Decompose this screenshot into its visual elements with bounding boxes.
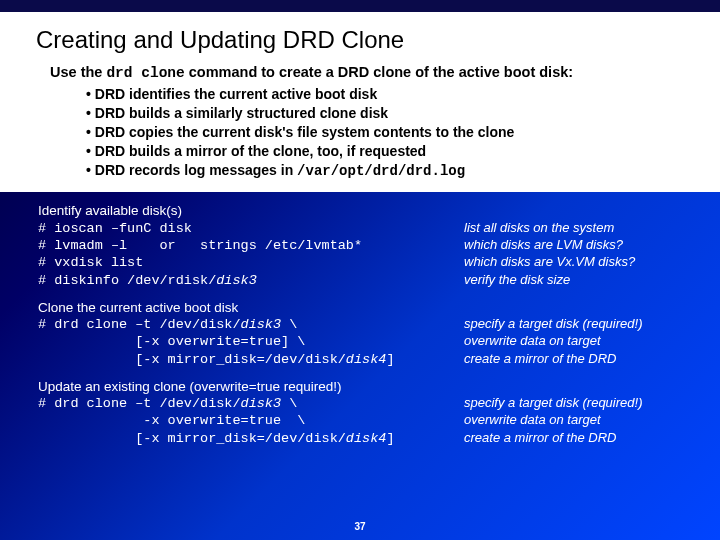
annotation: overwrite data on target bbox=[464, 333, 684, 350]
annotation: specify a target disk (required!) bbox=[464, 395, 684, 412]
intro-post: command to create a DRD clone of the act… bbox=[185, 64, 573, 80]
slide-title: Creating and Updating DRD Clone bbox=[36, 16, 684, 54]
section-update: Update an existing clone (overwrite=true… bbox=[38, 378, 684, 447]
cmd-part: \ bbox=[281, 317, 297, 332]
cmd-line: [-x mirror_disk=/dev/disk/disk4] bbox=[38, 430, 394, 447]
bullet-item: DRD builds a similarly structured clone … bbox=[86, 104, 684, 123]
section-header: Update an existing clone (overwrite=true… bbox=[38, 378, 684, 395]
section-clone: Clone the current active boot disk # drd… bbox=[38, 299, 684, 368]
cmd-line: # drd clone –t /dev/disk/disk3 \ bbox=[38, 395, 297, 412]
section-header: Identify available disk(s) bbox=[38, 202, 684, 219]
bullet5-mono: /var/opt/drd/drd.log bbox=[297, 163, 465, 179]
cmd-line: # diskinfo /dev/rdisk/disk3 bbox=[38, 272, 257, 289]
bullet-item: DRD records log messages in /var/opt/drd… bbox=[86, 161, 684, 181]
cmd-part: # diskinfo /dev/rdisk/ bbox=[38, 273, 216, 288]
page-number: 37 bbox=[0, 521, 720, 532]
cmd-part: [-x mirror_disk=/dev/disk/ bbox=[38, 431, 346, 446]
cmd-line: # drd clone –t /dev/disk/disk3 \ bbox=[38, 316, 297, 333]
cmd-line: # lvmadm –l or strings /etc/lvmtab* bbox=[38, 237, 362, 254]
annotation: create a mirror of the DRD bbox=[464, 430, 684, 447]
annotation: overwrite data on target bbox=[464, 412, 684, 429]
cmd-line: # ioscan –funC disk bbox=[38, 220, 192, 237]
cmd-part: ] bbox=[386, 352, 394, 367]
intro-band: Use the drd clone command to create a DR… bbox=[0, 64, 720, 192]
annotation: specify a target disk (required!) bbox=[464, 316, 684, 333]
intro-cmd: drd clone bbox=[106, 65, 184, 81]
bullet5-pre: DRD records log messages in bbox=[95, 162, 297, 178]
bullet-item: DRD copies the current disk's file syste… bbox=[86, 123, 684, 142]
annotation: create a mirror of the DRD bbox=[464, 351, 684, 368]
section-header: Clone the current active boot disk bbox=[38, 299, 684, 316]
cmd-arg: disk4 bbox=[346, 352, 387, 367]
cmd-line: # vxdisk list bbox=[38, 254, 143, 271]
intro-line: Use the drd clone command to create a DR… bbox=[50, 64, 684, 81]
annotation: which disks are Vx.VM disks? bbox=[464, 254, 684, 271]
cmd-line: [-x mirror_disk=/dev/disk/disk4] bbox=[38, 351, 394, 368]
cmd-arg: disk3 bbox=[241, 396, 282, 411]
cmd-arg: disk4 bbox=[346, 431, 387, 446]
bullet-list: DRD identifies the current active boot d… bbox=[86, 85, 684, 180]
annotation: list all disks on the system bbox=[464, 220, 684, 237]
bullet-item: DRD identifies the current active boot d… bbox=[86, 85, 684, 104]
title-bar: Creating and Updating DRD Clone bbox=[0, 0, 720, 64]
cmd-line: [-x overwrite=true] \ bbox=[38, 333, 305, 350]
annotation: verify the disk size bbox=[464, 272, 684, 289]
annotation: which disks are LVM disks? bbox=[464, 237, 684, 254]
section-identify: Identify available disk(s) # ioscan –fun… bbox=[38, 202, 684, 288]
cmd-part: # drd clone –t /dev/disk/ bbox=[38, 396, 241, 411]
cmd-part: [-x mirror_disk=/dev/disk/ bbox=[38, 352, 346, 367]
bullet-item: DRD builds a mirror of the clone, too, i… bbox=[86, 142, 684, 161]
cmd-line: -x overwrite=true \ bbox=[38, 412, 305, 429]
cmd-arg: disk3 bbox=[241, 317, 282, 332]
cmd-part: \ bbox=[281, 396, 297, 411]
cmd-arg: disk3 bbox=[216, 273, 257, 288]
cmd-part: # drd clone –t /dev/disk/ bbox=[38, 317, 241, 332]
slide: Creating and Updating DRD Clone Use the … bbox=[0, 0, 720, 540]
intro-pre: Use the bbox=[50, 64, 106, 80]
cmd-part: ] bbox=[386, 431, 394, 446]
